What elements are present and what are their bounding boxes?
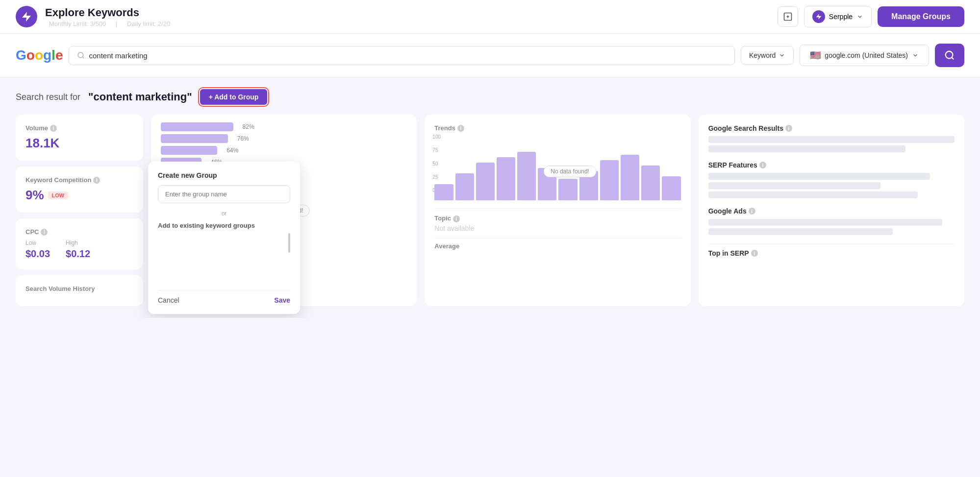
save-button[interactable]: Save bbox=[274, 296, 290, 304]
top-in-serp-label: Top in SERP i bbox=[708, 249, 955, 257]
competition-label: Keyword Competition i bbox=[25, 176, 133, 184]
info-icon: i bbox=[93, 177, 100, 184]
dropdown-scroll-area[interactable] bbox=[158, 233, 290, 282]
bar-fill bbox=[161, 122, 233, 131]
chevron-down-icon bbox=[912, 52, 919, 59]
volume-value: 18.1K bbox=[25, 136, 133, 151]
dropdown-create-title: Create new Group bbox=[158, 171, 290, 179]
dropdown-actions: Cancel Save bbox=[158, 290, 290, 304]
trend-no-data: No data found! bbox=[543, 166, 597, 177]
keyword-type-select[interactable]: Keyword bbox=[741, 46, 794, 65]
info-icon: i bbox=[751, 250, 758, 257]
header-actions: Serpple Manage Groups bbox=[778, 6, 964, 27]
bar-row: 82% bbox=[161, 122, 407, 131]
dropdown-existing-title: Add to existing keyword groups bbox=[158, 222, 290, 229]
info-icon: i bbox=[50, 125, 57, 132]
volume-card: Volume i 18.1K bbox=[16, 115, 143, 161]
manage-groups-button[interactable]: Manage Groups bbox=[878, 6, 964, 27]
group-name-input[interactable] bbox=[158, 185, 290, 203]
google-ads-label: Google Ads i bbox=[708, 207, 955, 215]
scrollbar[interactable] bbox=[288, 233, 290, 253]
search-icon bbox=[944, 50, 955, 61]
volume-label: Volume i bbox=[25, 124, 133, 132]
main-content: Search result for "content marketing" + … bbox=[0, 77, 980, 318]
bar-row: 64% bbox=[161, 146, 407, 155]
search-input-wrapper bbox=[69, 46, 734, 65]
search-input[interactable] bbox=[89, 51, 726, 60]
trend-bar bbox=[517, 152, 536, 200]
bar-label: 76% bbox=[232, 135, 249, 142]
bar-fill bbox=[161, 146, 217, 155]
info-icon: i bbox=[457, 125, 464, 132]
info-icon: i bbox=[41, 229, 48, 236]
google-logo: Google bbox=[16, 48, 63, 63]
trend-bar bbox=[662, 176, 680, 201]
serp-bar-2 bbox=[708, 182, 881, 189]
bar-label: 64% bbox=[221, 147, 238, 154]
google-search-bar-2 bbox=[708, 145, 905, 152]
ads-bar-1 bbox=[708, 219, 942, 226]
page-title: Explore Keywords bbox=[45, 6, 770, 19]
history-card: Search Volume History bbox=[16, 275, 143, 306]
chevron-down-icon bbox=[779, 52, 785, 59]
search-icon bbox=[77, 51, 85, 59]
google-ads-section: Google Ads i bbox=[708, 207, 955, 235]
info-icon: i bbox=[453, 215, 460, 222]
search-button[interactable] bbox=[935, 44, 964, 67]
ads-bar-2 bbox=[708, 228, 893, 235]
bar-row: 76% bbox=[161, 134, 407, 143]
region-select[interactable]: 🇺🇸 google.com (United States) bbox=[800, 45, 929, 66]
trend-bar bbox=[497, 157, 515, 200]
trend-bar bbox=[558, 179, 577, 200]
cpc-card: CPC i Low $0.03 High $0.12 bbox=[16, 218, 143, 269]
average-label: Average bbox=[434, 242, 680, 250]
header: Explore Keywords Monthly Limit: 3/500 | … bbox=[0, 0, 980, 34]
left-column: Volume i 18.1K Keyword Competition i 9% … bbox=[16, 115, 143, 306]
cpc-label: CPC i bbox=[25, 228, 133, 236]
trend-bar bbox=[434, 184, 453, 200]
dropdown-or: or bbox=[158, 210, 290, 217]
info-icon: i bbox=[759, 162, 766, 168]
app-logo bbox=[16, 6, 37, 27]
low-badge: LOW bbox=[48, 191, 69, 199]
topic-value: Not available bbox=[434, 224, 680, 232]
workspace-selector[interactable]: Serpple bbox=[804, 6, 872, 27]
result-header: Search result for "content marketing" + … bbox=[16, 89, 964, 105]
serp-features-label: SERP Features i bbox=[708, 161, 955, 169]
trends-label: Trends i bbox=[434, 124, 680, 132]
svg-point-1 bbox=[78, 52, 83, 58]
info-icon: i bbox=[749, 208, 755, 215]
serp-bar-1 bbox=[708, 173, 930, 180]
topic-label: Topic i bbox=[434, 215, 680, 222]
cards-grid: Volume i 18.1K Keyword Competition i 9% … bbox=[16, 115, 964, 306]
svg-point-2 bbox=[946, 51, 953, 59]
google-search-bar-1 bbox=[708, 136, 955, 143]
chevron-down-icon bbox=[856, 13, 863, 20]
trends-card: Trends i 100 75 50 25 0 No data found! bbox=[425, 115, 690, 306]
workspace-icon bbox=[812, 10, 825, 23]
topic-section: Topic i Not available bbox=[434, 208, 680, 232]
info-icon: i bbox=[785, 125, 792, 132]
trend-bar bbox=[600, 160, 619, 201]
google-search-results-section: Google Search Results i bbox=[708, 124, 955, 152]
trend-bar bbox=[455, 173, 474, 200]
search-section: Google Keyword 🇺🇸 google.com (United Sta… bbox=[0, 34, 980, 77]
serp-features-section: SERP Features i bbox=[708, 161, 955, 198]
google-search-results-card: Google Search Results i SERP Features i … bbox=[699, 115, 964, 306]
add-to-group-button[interactable]: + Add to Group bbox=[200, 89, 268, 105]
cpc-row: Low $0.03 High $0.12 bbox=[25, 239, 133, 260]
export-button[interactable] bbox=[778, 6, 798, 27]
header-title-block: Explore Keywords Monthly Limit: 3/500 | … bbox=[45, 6, 770, 27]
bar-fill bbox=[161, 134, 228, 143]
google-search-results-label: Google Search Results i bbox=[708, 124, 955, 132]
add-to-group-dropdown: Create new Group or Add to existing keyw… bbox=[148, 162, 300, 314]
cpc-low: Low $0.03 bbox=[25, 239, 50, 260]
trend-bar bbox=[641, 166, 660, 201]
trend-bar bbox=[476, 163, 495, 200]
cancel-button[interactable]: Cancel bbox=[158, 296, 179, 304]
competition-value: 9% bbox=[25, 188, 44, 203]
cpc-high: High $0.12 bbox=[66, 239, 90, 260]
page-subtitle: Monthly Limit: 3/500 | Daily limit: 2/20 bbox=[45, 20, 770, 27]
history-label: Search Volume History bbox=[25, 285, 133, 292]
bar-label: 82% bbox=[237, 123, 254, 130]
